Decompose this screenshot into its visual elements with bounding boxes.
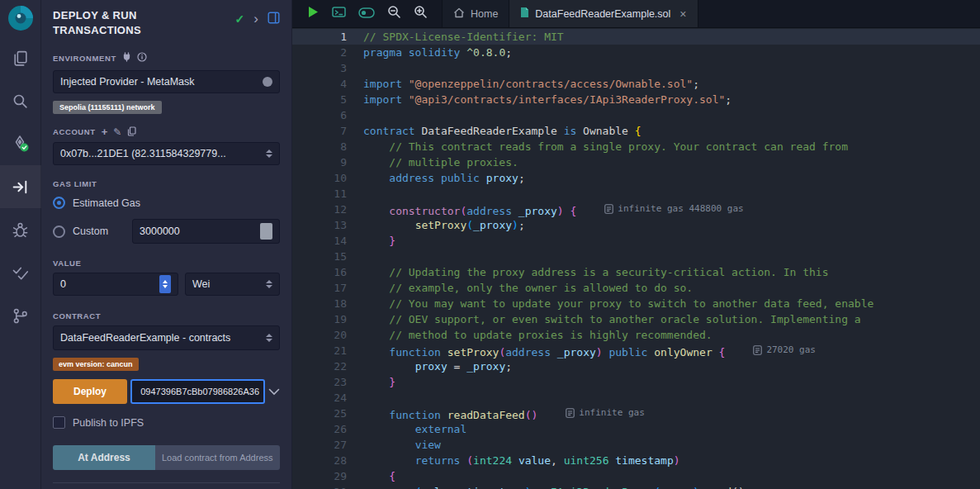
run-script-icon[interactable] <box>306 5 320 22</box>
value-stepper[interactable] <box>159 275 171 293</box>
search-icon[interactable] <box>0 79 41 122</box>
code-line[interactable]: 22 proxy = _proxy; <box>292 358 980 374</box>
code-line[interactable]: 16 // Updating the proxy address is a se… <box>292 264 980 280</box>
code-line[interactable]: 28 returns (int224 value, uint256 timest… <box>292 453 980 468</box>
deploy-arg-input[interactable] <box>136 387 259 396</box>
code-line[interactable]: 23 } <box>292 374 980 390</box>
close-tab-icon[interactable]: × <box>679 7 686 21</box>
line-number[interactable]: 1 <box>292 29 363 45</box>
deploy-run-icon[interactable] <box>0 165 41 208</box>
line-number[interactable]: 27 <box>292 437 363 453</box>
code-line[interactable]: 4import "@openzeppelin/contracts/access/… <box>292 76 980 92</box>
code-area[interactable]: 1// SPDX-License-Identifier: MIT2pragma … <box>292 28 980 489</box>
gas-input-handle[interactable] <box>260 223 272 240</box>
line-number[interactable]: 3 <box>292 60 363 76</box>
code-line[interactable]: 27 view <box>292 437 980 453</box>
line-number[interactable]: 10 <box>292 170 363 186</box>
code-line[interactable]: 8 // This contract reads from a single p… <box>292 139 980 154</box>
code-line[interactable]: 21 function setProxy(address _proxy) pub… <box>292 343 980 358</box>
line-number[interactable]: 5 <box>292 92 363 107</box>
zoom-out-icon[interactable] <box>387 5 401 22</box>
value-input[interactable] <box>60 278 159 290</box>
line-number[interactable]: 15 <box>292 249 363 264</box>
line-number[interactable]: 16 <box>292 264 363 280</box>
line-number[interactable]: 30 <box>292 484 363 489</box>
code-line[interactable]: 12 constructor(address _proxy) {infinite… <box>292 202 980 217</box>
line-number[interactable]: 2 <box>292 45 363 60</box>
solidity-compiler-icon[interactable] <box>0 122 41 165</box>
code-line[interactable]: 26 external <box>292 421 980 437</box>
code-line[interactable]: 5import "@api3/contracts/interfaces/IApi… <box>292 92 980 107</box>
line-number[interactable]: 26 <box>292 421 363 437</box>
line-number[interactable]: 7 <box>292 123 363 139</box>
edit-account-icon[interactable]: ✎ <box>113 128 121 136</box>
line-number[interactable]: 22 <box>292 358 363 374</box>
line-number[interactable]: 19 <box>292 311 363 327</box>
publish-ipfs-checkbox[interactable] <box>53 416 65 429</box>
at-address-button[interactable]: At Address <box>53 445 155 470</box>
line-number[interactable]: 25 <box>292 406 363 421</box>
line-number[interactable]: 20 <box>292 327 363 343</box>
custom-gas-input[interactable] <box>140 226 255 237</box>
line-number[interactable]: 11 <box>292 186 363 202</box>
chevron-right-icon[interactable]: › <box>253 13 258 25</box>
line-number[interactable]: 6 <box>292 107 363 123</box>
line-number[interactable]: 13 <box>292 217 363 233</box>
code-line[interactable]: 24 <box>292 390 980 406</box>
line-number[interactable]: 17 <box>292 280 363 296</box>
custom-gas-radio[interactable] <box>53 226 65 238</box>
deploy-button[interactable]: Deploy <box>53 379 127 404</box>
code-line[interactable]: 18 // You may want to update your proxy … <box>292 296 980 311</box>
zoom-in-icon[interactable] <box>414 5 428 22</box>
code-line[interactable]: 3 <box>292 60 980 76</box>
code-line[interactable]: 17 // example, only the owner is allowed… <box>292 280 980 296</box>
code-line[interactable]: 9 // multiple proxies. <box>292 154 980 170</box>
value-unit-select[interactable]: Wei <box>185 273 280 296</box>
unit-testing-icon[interactable] <box>0 251 41 294</box>
code-line[interactable]: 1// SPDX-License-Identifier: MIT <box>292 29 980 45</box>
line-number[interactable]: 18 <box>292 296 363 311</box>
contract-select[interactable]: DataFeedReaderExample - contracts <box>53 325 280 350</box>
code-line[interactable]: 29 { <box>292 468 980 484</box>
line-number[interactable]: 8 <box>292 139 363 154</box>
debugger-icon[interactable] <box>0 208 41 251</box>
transactions-recorded-row[interactable]: Transactions recorded › <box>53 483 280 489</box>
code-line[interactable]: 25 function readDataFeed()infinite gas <box>292 406 980 421</box>
code-line[interactable]: 11 <box>292 186 980 202</box>
line-number[interactable]: 29 <box>292 468 363 484</box>
pin-panel-icon[interactable] <box>267 12 280 27</box>
line-number[interactable]: 23 <box>292 374 363 390</box>
account-select[interactable]: 0x07b...21DE1 (82.311584329779... <box>53 142 280 165</box>
environment-select[interactable]: Injected Provider - MetaMask <box>53 70 280 93</box>
git-icon[interactable] <box>0 294 41 337</box>
estimated-gas-radio[interactable] <box>53 197 65 209</box>
copy-account-icon[interactable] <box>127 126 136 137</box>
code-line[interactable]: 30 (value, timestamp) = IApi3ReaderProxy… <box>292 484 980 489</box>
info-icon[interactable] <box>137 50 147 65</box>
code-line[interactable]: 10 address public proxy; <box>292 170 980 186</box>
code-line[interactable]: 13 setProxy(_proxy); <box>292 217 980 233</box>
tab-datafeedreaderexample[interactable]: DataFeedReaderExample.sol × <box>509 0 698 27</box>
toggle-icon[interactable] <box>358 7 375 21</box>
line-number[interactable]: 9 <box>292 154 363 170</box>
file-explorer-icon[interactable] <box>0 36 41 79</box>
line-number[interactable]: 14 <box>292 233 363 249</box>
terminal-icon[interactable] <box>332 6 346 21</box>
line-number[interactable]: 12 <box>292 202 363 217</box>
plug-icon[interactable] <box>122 50 131 65</box>
code-line[interactable]: 15 <box>292 249 980 264</box>
code-line[interactable]: 19 // OEV support, or even switch to ano… <box>292 311 980 327</box>
code-line[interactable]: 2pragma solidity ^0.8.0; <box>292 45 980 60</box>
line-number[interactable]: 4 <box>292 76 363 92</box>
code-line[interactable]: 6 <box>292 107 980 123</box>
line-number[interactable]: 28 <box>292 453 363 468</box>
line-number[interactable]: 21 <box>292 343 363 358</box>
code-line[interactable]: 20 // method to update proxies is highly… <box>292 327 980 343</box>
at-address-input[interactable] <box>162 453 273 463</box>
add-account-icon[interactable]: + <box>102 128 108 136</box>
line-number[interactable]: 24 <box>292 390 363 406</box>
remix-logo[interactable] <box>0 0 41 36</box>
code-line[interactable]: 14 } <box>292 233 980 249</box>
tab-home[interactable]: Home <box>442 0 509 27</box>
code-line[interactable]: 7contract DataFeedReaderExample is Ownab… <box>292 123 980 139</box>
